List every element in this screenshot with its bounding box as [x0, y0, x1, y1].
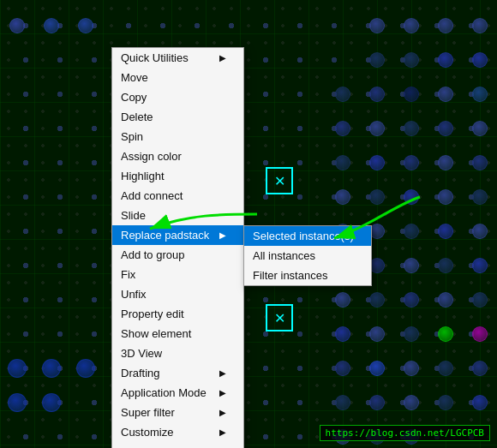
menu-item-copy[interactable]: Copy	[112, 87, 243, 107]
menu-item-move[interactable]: Move	[112, 68, 243, 87]
pad-square-1: ✕	[266, 167, 293, 194]
menu-item-add-to-group[interactable]: Add to group	[112, 245, 243, 265]
drafting-arrow: ▶	[219, 368, 226, 378]
submenu-item-all-instances[interactable]: All instances	[244, 246, 371, 266]
watermark: https://blog.csdn.net/LGCPCB	[320, 425, 490, 441]
menu-item-customize[interactable]: Customize ▶	[112, 422, 243, 442]
menu-item-spin[interactable]: Spin	[112, 127, 243, 146]
menu-item-3d-view[interactable]: 3D View	[112, 343, 243, 363]
menu-item-slide[interactable]: Slide	[112, 206, 243, 225]
menu-item-drafting[interactable]: Drafting ▶	[112, 363, 243, 383]
menu-item-application-mode[interactable]: Application Mode ▶	[112, 383, 243, 403]
menu-item-assign-color[interactable]: Assign color	[112, 146, 243, 166]
menu-item-replace-padstack[interactable]: Replace padstack ▶	[112, 225, 243, 245]
customize-arrow: ▶	[219, 427, 226, 437]
menu-item-show-element[interactable]: Show element	[112, 324, 243, 343]
context-menu: Quick Utilities ▶ Move Copy Delete Spin …	[111, 47, 244, 448]
replace-padstack-arrow: ▶	[219, 230, 226, 240]
menu-item-unfix[interactable]: Unfix	[112, 284, 243, 304]
replace-padstack-submenu: Selected instance(s) All instances Filte…	[243, 225, 372, 286]
pcb-traces	[0, 0, 497, 448]
menu-item-highlight[interactable]: Highlight	[112, 166, 243, 186]
super-filter-arrow: ▶	[219, 408, 226, 417]
menu-item-selection-set[interactable]: Selection set	[112, 442, 243, 448]
submenu-item-filter-instances[interactable]: Filter instances	[244, 266, 371, 285]
menu-item-super-filter[interactable]: Super filter ▶	[112, 403, 243, 422]
menu-item-property-edit[interactable]: Property edit	[112, 304, 243, 324]
menu-item-quick-utilities[interactable]: Quick Utilities ▶	[112, 48, 243, 68]
menu-item-fix[interactable]: Fix	[112, 265, 243, 284]
menu-item-delete[interactable]: Delete	[112, 107, 243, 127]
submenu-item-selected-instances[interactable]: Selected instance(s)	[244, 226, 371, 246]
submenu-arrow: ▶	[219, 53, 226, 63]
application-mode-arrow: ▶	[219, 388, 226, 397]
replace-padstack-container: Replace padstack ▶ Selected instance(s) …	[112, 225, 243, 245]
pad-square-2: ✕	[266, 304, 293, 332]
menu-item-add-connect[interactable]: Add connect	[112, 186, 243, 206]
